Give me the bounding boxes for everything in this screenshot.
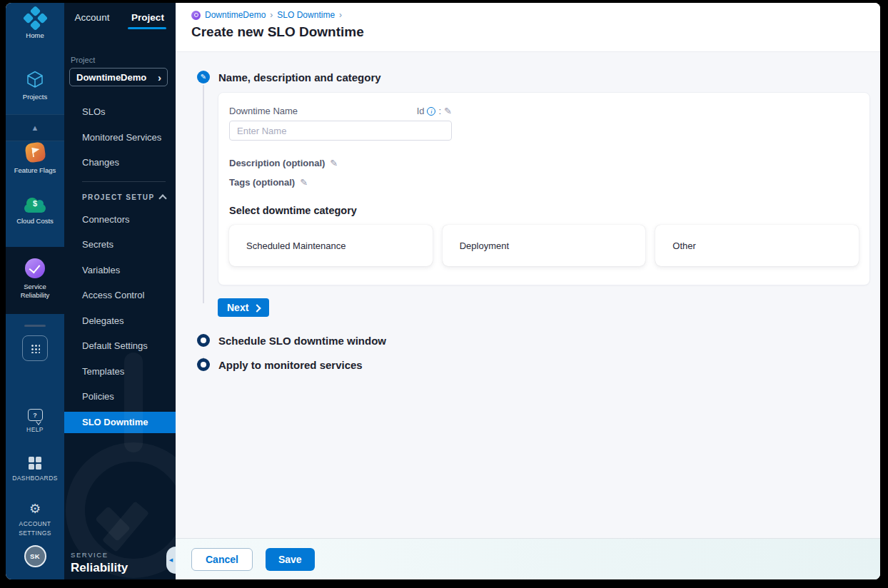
description-label: Description (optional) [229, 158, 325, 168]
sidebar-item-access-control[interactable]: Access Control [64, 283, 176, 308]
dollar-icon: $ [24, 199, 46, 208]
page-header: DowntimeDemo › SLO Downtime › Create new… [176, 3, 880, 52]
rail-item-help[interactable]: ? HELP [6, 409, 64, 435]
wizard-content: ✎ Name, description and category Downtim… [176, 52, 880, 538]
watermark-check [104, 495, 153, 529]
save-button[interactable]: Save [266, 548, 315, 571]
project-setup-header[interactable]: PROJECT SETUP [64, 193, 176, 201]
sidebar-item-monitored-services[interactable]: Monitored Services [64, 125, 176, 151]
rail-item-cloud-costs[interactable]: $ Cloud Costs [6, 197, 64, 225]
info-icon[interactable]: i [427, 107, 435, 116]
chevron-right-icon: › [158, 72, 161, 83]
rail-scroll-up[interactable]: ▲ [6, 114, 64, 141]
page-title: Create new SLO Downtime [191, 24, 880, 40]
sidebar-item-slos[interactable]: SLOs [64, 99, 176, 125]
id-colon: : [438, 106, 441, 116]
rail-item-account-settings[interactable]: ⚙ ACCOUNT SETTINGS [6, 502, 64, 538]
wizard-step-1[interactable]: ✎ Name, description and category [197, 71, 880, 83]
cancel-button[interactable]: Cancel [191, 548, 253, 571]
active-tab-underline [128, 27, 166, 29]
nine-dots-icon [31, 344, 40, 353]
step2-radio-icon [197, 334, 210, 347]
triangle-up-icon: ▲ [31, 124, 39, 132]
sidebar-item-changes[interactable]: Changes [64, 150, 176, 176]
next-button-label: Next [227, 302, 248, 313]
rail-item-projects[interactable]: Projects [6, 70, 64, 101]
grid-button[interactable] [22, 335, 48, 361]
rail-module-picker[interactable] [6, 335, 64, 361]
name-field-header: Downtime Name Id i : ✎ [229, 106, 452, 116]
rail-item-home[interactable]: Home [6, 9, 64, 40]
tags-row[interactable]: Tags (optional) ✎ [229, 177, 859, 188]
breadcrumb-project-link[interactable]: DowntimeDemo [205, 10, 266, 20]
step1-title: Name, description and category [218, 71, 381, 83]
project-name: DowntimeDemo [76, 72, 146, 83]
rail-item-label: ACCOUNT SETTINGS [14, 519, 56, 538]
sidebar-item-variables[interactable]: Variables [64, 258, 176, 283]
chevron-right-icon [253, 304, 261, 312]
wizard-step-3[interactable]: Apply to monitored services [197, 358, 880, 371]
category-card-other[interactable]: Other [655, 225, 859, 266]
category-card-deployment[interactable]: Deployment [443, 225, 646, 266]
tab-account[interactable]: Account [64, 3, 120, 34]
next-button[interactable]: Next [218, 298, 269, 317]
service-reliability-breadcrumb-icon [191, 11, 201, 20]
edit-id-pencil-icon[interactable]: ✎ [444, 106, 452, 116]
tab-project[interactable]: Project [120, 3, 176, 34]
rail-item-dashboards[interactable]: DASHBOARDS [6, 457, 64, 483]
scope-tabs: Account Project [64, 3, 176, 34]
breadcrumb-separator: › [270, 10, 273, 20]
rail-item-service-reliability[interactable]: Service Reliability [6, 247, 64, 314]
downtime-name-input[interactable] [229, 121, 452, 141]
rail-item-label: Feature Flags [14, 166, 56, 175]
rail-item-label: Home [26, 31, 44, 40]
downtime-name-label: Downtime Name [229, 106, 298, 116]
chevron-up-icon [158, 194, 166, 202]
category-card-scheduled-maintenance[interactable]: Scheduled Maintenance [229, 225, 433, 266]
project-setup-label: PROJECT SETUP [82, 193, 155, 201]
sidebar-item-policies[interactable]: Policies [64, 384, 176, 410]
rail-item-feature-flags[interactable]: Feature Flags [6, 143, 64, 175]
cube-icon [26, 70, 44, 88]
edit-tags-pencil-icon[interactable]: ✎ [300, 178, 308, 187]
project-sidebar: Account Project Project DowntimeDemo › S… [64, 3, 176, 579]
sidebar-item-templates[interactable]: Templates [64, 359, 176, 385]
rail-item-label: Projects [23, 93, 47, 101]
sidebar-item-delegates[interactable]: Delegates [64, 308, 176, 334]
module-tag: SERVICE Reliability [71, 551, 128, 575]
sidebar-item-slo-downtime[interactable]: SLO Downtime [64, 412, 176, 433]
help-chat-icon: ? [28, 409, 43, 421]
rail-item-profile[interactable]: SK [6, 545, 64, 567]
gear-icon: ⚙ [29, 502, 41, 515]
project-scope-label: Project [71, 56, 176, 64]
step3-radio-icon [197, 358, 210, 371]
breadcrumb-section-link[interactable]: SLO Downtime [277, 10, 335, 20]
sidebar-item-default-settings[interactable]: Default Settings [64, 333, 176, 359]
harness-logo-icon [22, 6, 47, 31]
question-glyph: ? [33, 412, 37, 419]
id-group: Id i : ✎ [417, 106, 452, 116]
module-rail: Home Projects ▲ Feature Flags $ Cloud Co… [6, 3, 64, 579]
sidebar-item-secrets[interactable]: Secrets [64, 232, 176, 258]
project-selector[interactable]: DowntimeDemo › [69, 68, 168, 86]
collapse-left-icon: ◀ [169, 557, 173, 563]
rail-item-label: Cloud Costs [16, 217, 54, 225]
category-section-label: Select downtime category [229, 205, 859, 216]
sidebar-divider [82, 181, 166, 182]
sidebar-collapse-button[interactable]: ◀ [166, 547, 176, 574]
rail-item-label: Service Reliability [9, 283, 61, 300]
pencil-icon: ✎ [201, 74, 206, 81]
breadcrumb-separator: › [339, 10, 342, 20]
edit-description-pencil-icon[interactable]: ✎ [330, 158, 338, 168]
step3-title: Apply to monitored services [218, 359, 363, 371]
description-row[interactable]: Description (optional) ✎ [229, 158, 859, 168]
main-panel: DowntimeDemo › SLO Downtime › Create new… [176, 3, 880, 579]
breadcrumb: DowntimeDemo › SLO Downtime › [191, 10, 880, 20]
rail-item-label: DASHBOARDS [12, 474, 58, 483]
sidebar-nav: SLOs Monitored Services Changes PROJECT … [64, 99, 176, 433]
dashboards-icon [29, 457, 41, 470]
sidebar-item-connectors[interactable]: Connectors [64, 207, 176, 233]
wizard-step-2[interactable]: Schedule SLO downtime window [197, 334, 880, 347]
feature-flags-icon [24, 141, 46, 163]
avatar[interactable]: SK [24, 545, 46, 567]
